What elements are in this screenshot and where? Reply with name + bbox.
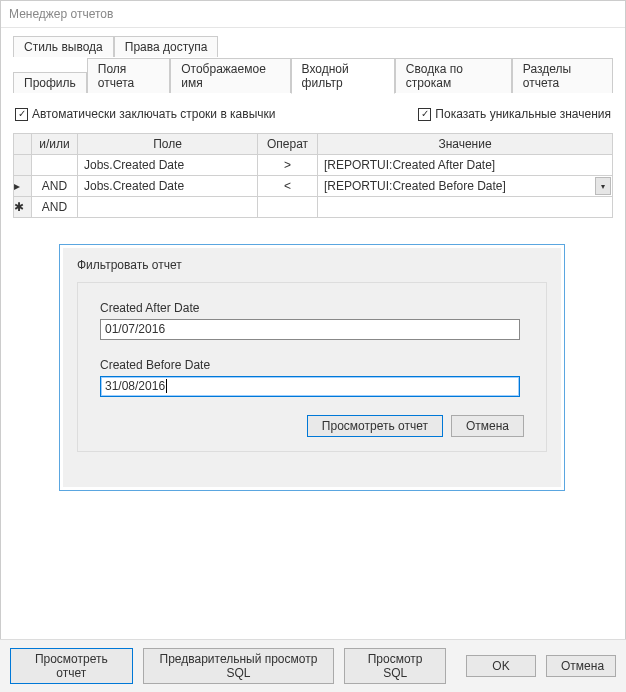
footer-preview-sql-button[interactable]: Предварительный просмотр SQL — [143, 648, 335, 684]
input-created-after[interactable]: 01/07/2016 — [100, 319, 520, 340]
tab-row-lower: Профиль Поля отчета Отображаемое имя Вхо… — [13, 57, 613, 93]
input-created-before[interactable]: 31/08/2016 — [100, 376, 520, 397]
table-row-new[interactable]: ✱ AND — [14, 197, 613, 218]
cancel-button[interactable]: Отмена — [451, 415, 524, 437]
field-label-created-before: Created Before Date — [100, 358, 524, 372]
tab-row-summary[interactable]: Сводка по строкам — [395, 58, 512, 93]
tab-profile[interactable]: Профиль — [13, 72, 87, 93]
cell-andor[interactable] — [32, 155, 78, 176]
cell-value-text: [REPORTUI:Created Before Date] — [324, 179, 506, 193]
tab-access-rights[interactable]: Права доступа — [114, 36, 219, 57]
table-row[interactable]: ▸ AND Jobs.Created Date < [REPORTUI:Crea… — [14, 176, 613, 197]
tab-row-upper: Стиль вывода Права доступа — [13, 36, 613, 57]
cell-field[interactable] — [78, 197, 258, 218]
filter-grid[interactable]: и/или Поле Операт Значение Jobs.Created … — [13, 133, 613, 218]
cell-andor[interactable]: AND — [32, 197, 78, 218]
tab-report-sections[interactable]: Разделы отчета — [512, 58, 613, 93]
dropdown-button[interactable]: ▾ — [595, 177, 611, 195]
row-marker — [14, 155, 32, 176]
cell-field[interactable]: Jobs.Created Date — [78, 155, 258, 176]
grid-header-operator[interactable]: Операт — [258, 134, 318, 155]
cell-operator[interactable]: > — [258, 155, 318, 176]
cell-value[interactable] — [318, 197, 613, 218]
window-title: Менеджер отчетов — [1, 1, 625, 28]
row-marker-current-icon: ▸ — [14, 176, 32, 197]
field-label-created-after: Created After Date — [100, 301, 524, 315]
tab-report-fields[interactable]: Поля отчета — [87, 58, 170, 93]
grid-header-rowmarker — [14, 134, 32, 155]
check-icon: ✓ — [418, 108, 431, 121]
cell-value[interactable]: [REPORTUI:Created Before Date] ▾ — [318, 176, 613, 197]
row-marker-new-icon: ✱ — [14, 197, 32, 218]
filter-report-dialog: Фильтровать отчет Created After Date 01/… — [60, 245, 564, 490]
footer-view-sql-button[interactable]: Просмотр SQL — [344, 648, 446, 684]
grid-header-value[interactable]: Значение — [318, 134, 613, 155]
dialog-body: Created After Date 01/07/2016 Created Be… — [77, 282, 547, 452]
tab-displayed-name[interactable]: Отображаемое имя — [170, 58, 290, 93]
footer-cancel-button[interactable]: Отмена — [546, 655, 616, 677]
text-cursor — [166, 379, 167, 393]
view-report-button[interactable]: Просмотреть отчет — [307, 415, 443, 437]
dialog-title: Фильтровать отчет — [63, 248, 561, 282]
tab-input-filter[interactable]: Входной фильтр — [291, 58, 395, 94]
tab-output-style[interactable]: Стиль вывода — [13, 36, 114, 57]
cell-operator[interactable] — [258, 197, 318, 218]
cell-field[interactable]: Jobs.Created Date — [78, 176, 258, 197]
checkbox-show-unique-label: Показать уникальные значения — [435, 107, 611, 121]
checkbox-auto-quote-label: Автоматически заключать строки в кавычки — [32, 107, 276, 121]
cell-operator[interactable]: < — [258, 176, 318, 197]
grid-header-field[interactable]: Поле — [78, 134, 258, 155]
checkbox-auto-quote[interactable]: ✓ Автоматически заключать строки в кавыч… — [15, 107, 276, 121]
tabs-container: Стиль вывода Права доступа Профиль Поля … — [1, 28, 625, 93]
footer-button-bar: Просмотреть отчет Предварительный просмо… — [0, 639, 626, 692]
table-row[interactable]: Jobs.Created Date > [REPORTUI:Created Af… — [14, 155, 613, 176]
cell-andor[interactable]: AND — [32, 176, 78, 197]
footer-view-report-button[interactable]: Просмотреть отчет — [10, 648, 133, 684]
cell-value[interactable]: [REPORTUI:Created After Date] — [318, 155, 613, 176]
checkbox-show-unique[interactable]: ✓ Показать уникальные значения — [418, 107, 611, 121]
chevron-down-icon: ▾ — [601, 182, 605, 191]
footer-ok-button[interactable]: OK — [466, 655, 536, 677]
grid-header-andor[interactable]: и/или — [32, 134, 78, 155]
check-icon: ✓ — [15, 108, 28, 121]
